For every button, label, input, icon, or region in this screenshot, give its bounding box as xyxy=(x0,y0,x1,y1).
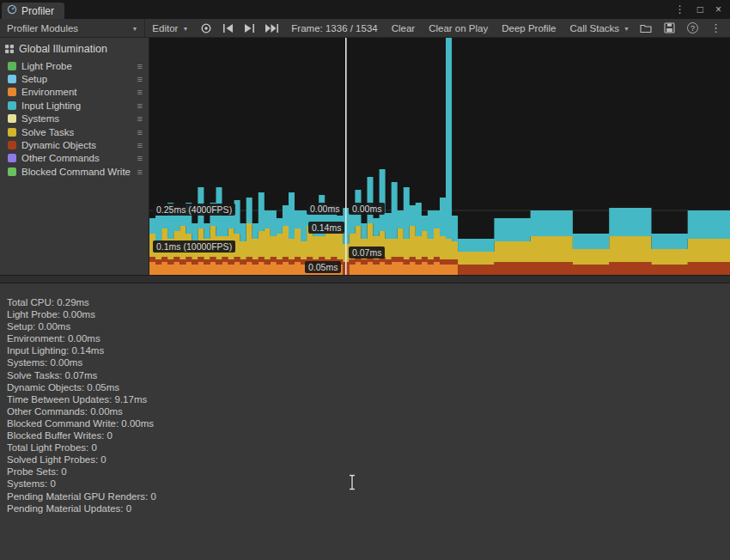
gi-details-lines: Total CPU: 0.29msLight Probe: 0.00msSetu… xyxy=(7,296,730,514)
legend-color-swatch xyxy=(8,75,16,83)
legend-item-other-commands[interactable]: Other Commands≡ xyxy=(0,152,149,165)
legend-item-blocked-command-write[interactable]: Blocked Command Write≡ xyxy=(0,165,149,178)
drag-handle-icon[interactable]: ≡ xyxy=(137,128,143,137)
stat-line: Setup: 0.00ms xyxy=(7,320,730,332)
drag-handle-icon[interactable]: ≡ xyxy=(137,88,143,96)
editor-label: Editor xyxy=(152,23,178,33)
drag-handle-icon[interactable]: ≡ xyxy=(137,101,143,110)
prev-frame-button[interactable] xyxy=(217,19,239,37)
gi-chart-svg xyxy=(149,38,730,275)
stat-line: Light Probe: 0.00ms xyxy=(7,308,730,320)
text-cursor-ibeam xyxy=(347,474,357,493)
legend-color-swatch xyxy=(8,62,16,70)
stat-line: Pending Material Updates: 0 xyxy=(7,502,730,514)
context-menu-button[interactable]: ⋮ xyxy=(707,21,725,34)
stat-line: Probe Sets: 0 xyxy=(7,466,730,478)
toolbar-right-group: ? ⋮ xyxy=(636,19,730,37)
legend-item-label: Dynamic Objects xyxy=(21,140,96,150)
drag-handle-icon[interactable]: ≡ xyxy=(137,141,143,149)
module-title: Global Illumination xyxy=(19,43,107,55)
editor-target-dropdown[interactable]: Editor ▼ xyxy=(145,19,195,37)
record-button[interactable] xyxy=(195,19,217,37)
current-frame-icon xyxy=(265,24,279,33)
legend-item-environment[interactable]: Environment≡ xyxy=(0,86,149,99)
folder-open-icon xyxy=(640,23,652,33)
drag-handle-icon[interactable]: ≡ xyxy=(137,75,143,83)
stat-line: Systems: 0 xyxy=(7,478,730,490)
legend-item-label: Setup xyxy=(21,74,47,84)
clear-on-play-toggle[interactable]: Clear on Play xyxy=(422,19,495,37)
chevron-down-icon: ▼ xyxy=(131,26,137,32)
record-icon xyxy=(200,22,212,34)
call-stacks-dropdown[interactable]: Call Stacks ▼ xyxy=(563,19,636,37)
chevron-down-icon: ▼ xyxy=(182,26,188,32)
tab-profiler[interactable]: Profiler xyxy=(2,3,64,19)
save-profile-button[interactable] xyxy=(660,22,678,33)
legend-item-light-probe[interactable]: Light Probe≡ xyxy=(0,59,149,72)
drag-handle-icon[interactable]: ≡ xyxy=(137,167,143,176)
legend-item-setup[interactable]: Setup≡ xyxy=(0,72,149,85)
close-icon[interactable]: × xyxy=(715,3,721,15)
floppy-save-icon xyxy=(664,22,675,33)
profiler-gauge-icon xyxy=(7,4,17,17)
profiler-modules-label: Profiler Modules xyxy=(7,23,78,33)
legend-item-label: Light Probe xyxy=(21,61,72,71)
stat-line: Systems: 0.00ms xyxy=(7,356,730,368)
call-stacks-label: Call Stacks xyxy=(570,23,620,33)
chart-value-badge: 0.1ms (10000FPS) xyxy=(153,240,235,253)
gi-details-panel: Total CPU: 0.29msLight Probe: 0.00msSetu… xyxy=(0,283,730,560)
stat-line: Pending Material GPU Renders: 0 xyxy=(7,490,730,502)
legend-color-swatch xyxy=(8,128,16,137)
drag-handle-icon[interactable]: ≡ xyxy=(137,62,143,70)
module-legend: Light Probe≡Setup≡Environment≡Input Ligh… xyxy=(0,59,149,179)
stat-line: Solved Light Probes: 0 xyxy=(7,453,730,466)
chart-series-input xyxy=(149,38,730,252)
legend-color-swatch xyxy=(8,101,16,110)
titlebar: Profiler ⋮ □ × xyxy=(0,0,730,19)
module-header[interactable]: Global Illumination xyxy=(0,41,149,59)
gi-chart-area[interactable]: 0.25ms (4000FPS)0.1ms (10000FPS)0.00ms0.… xyxy=(149,38,730,275)
legend-item-input-lighting[interactable]: Input Lighting≡ xyxy=(0,99,149,112)
deep-profile-toggle[interactable]: Deep Profile xyxy=(495,19,563,37)
legend-color-swatch xyxy=(8,154,16,162)
legend-item-dynamic-objects[interactable]: Dynamic Objects≡ xyxy=(0,138,149,151)
next-frame-button[interactable] xyxy=(239,19,260,37)
current-frame-button[interactable] xyxy=(260,19,284,37)
chart-value-badge: 0.05ms xyxy=(305,261,341,273)
stat-line: Blocked Command Write: 0.00ms xyxy=(7,417,730,429)
stat-line: Blocked Buffer Writes: 0 xyxy=(7,429,730,441)
profiler-modules-dropdown[interactable]: Profiler Modules ▼ xyxy=(0,19,145,37)
stat-line: Input Lighting: 0.14ms xyxy=(7,344,730,356)
chart-value-badge: 0.00ms xyxy=(307,203,343,215)
profiler-toolbar: Profiler Modules ▼ Editor ▼ xyxy=(0,19,730,38)
kebab-menu-icon: ⋮ xyxy=(710,21,721,34)
chart-region: Global Illumination Light Probe≡Setup≡En… xyxy=(0,38,730,275)
chart-value-badge: 0.07ms xyxy=(349,247,385,259)
drag-handle-icon[interactable]: ≡ xyxy=(137,154,143,162)
selected-frame-line xyxy=(345,38,347,275)
chevron-down-icon: ▼ xyxy=(624,26,630,32)
help-icon: ? xyxy=(687,22,698,33)
clear-button[interactable]: Clear xyxy=(385,19,422,37)
panel-splitter[interactable] xyxy=(0,275,730,283)
tab-label: Profiler xyxy=(21,5,54,17)
legend-color-swatch xyxy=(8,88,16,96)
window-menu-icon[interactable]: ⋮ xyxy=(675,3,685,15)
next-frame-icon xyxy=(244,24,255,33)
stat-line: Dynamic Objects: 0.05ms xyxy=(7,381,730,393)
stat-line: Total Light Probes: 0 xyxy=(7,441,730,453)
load-profile-button[interactable] xyxy=(636,23,655,33)
legend-item-label: Environment xyxy=(21,87,77,97)
help-button[interactable]: ? xyxy=(684,22,702,33)
profiler-window: Profiler ⋮ □ × Profiler Modules ▼ Editor… xyxy=(0,0,730,560)
maximize-icon[interactable]: □ xyxy=(697,3,703,15)
legend-color-swatch xyxy=(8,141,16,149)
legend-item-solve-tasks[interactable]: Solve Tasks≡ xyxy=(0,125,149,138)
legend-color-swatch xyxy=(8,114,16,123)
stat-line: Other Commands: 0.00ms xyxy=(7,405,730,417)
chart-value-badge: 0.00ms xyxy=(349,203,385,215)
legend-item-systems[interactable]: Systems≡ xyxy=(0,113,149,125)
drag-handle-icon[interactable]: ≡ xyxy=(137,114,143,123)
stat-line: Environment: 0.00ms xyxy=(7,332,730,344)
frame-counter: Frame: 1336 / 1534 xyxy=(284,19,384,37)
